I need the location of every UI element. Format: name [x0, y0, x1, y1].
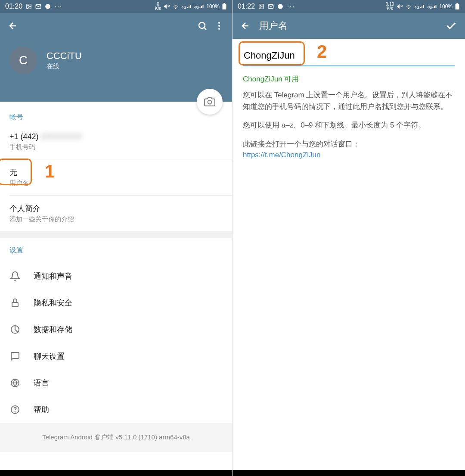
wifi-icon: [172, 3, 179, 10]
svg-rect-12: [203, 5, 204, 8]
account-header: 帐号: [9, 113, 223, 122]
battery-icon: [455, 3, 460, 10]
svg-rect-35: [433, 7, 434, 8]
mail-icon: [268, 3, 274, 9]
settings-section: 设置: [0, 238, 232, 263]
bio-item[interactable]: 个人简介 添加一些关于你的介绍: [9, 199, 223, 230]
svg-point-3: [45, 4, 50, 9]
svg-point-28: [278, 4, 283, 9]
avatar[interactable]: C: [9, 47, 37, 74]
settings-item-data[interactable]: 数据和存储: [0, 316, 232, 343]
svg-rect-20: [12, 302, 18, 307]
mute-icon: [163, 3, 170, 10]
pie-icon: [9, 324, 21, 335]
left-screen: 01:20 ⋯ 0K/s 4G 4G 100% C CCCiTU 在线: [0, 0, 232, 476]
settings-item-privacy[interactable]: 隐私和安全: [0, 289, 232, 316]
chat-icon: [277, 3, 283, 9]
svg-rect-39: [456, 3, 458, 4]
callout-1-number: 1: [45, 161, 55, 182]
settings-item-notifications[interactable]: 通知和声音: [0, 263, 232, 289]
signal2-icon: 4G: [194, 3, 204, 9]
status-bar: 01:20 ⋯ 0K/s 4G 4G 100%: [0, 0, 232, 13]
network-speed: 0K/s: [155, 2, 161, 11]
signal-icon: 4G: [181, 3, 192, 9]
settings-item-language[interactable]: 语言: [0, 370, 232, 396]
desc-2: 您可以使用 a–z、0–9 和下划线。最小长度为 5 个字符。: [243, 119, 455, 131]
chat-settings-icon: [9, 351, 21, 362]
back-icon[interactable]: [240, 21, 251, 31]
nav-bar: [232, 470, 465, 476]
svg-rect-36: [434, 6, 435, 8]
svg-rect-34: [423, 5, 424, 8]
username-link[interactable]: https://t.me/ChongZiJun: [243, 151, 455, 159]
mail-icon: [35, 3, 41, 9]
svg-point-17: [218, 25, 220, 27]
image-icon: [26, 3, 32, 9]
status-bar: 01:22 ⋯ 0.10K/s 4G 4G 100%: [232, 0, 465, 13]
desc-3: 此链接会打开一个与您的对话窗口：: [243, 138, 455, 150]
settings-item-help[interactable]: 帮助: [0, 396, 232, 423]
svg-rect-38: [456, 4, 459, 9]
svg-point-26: [260, 5, 261, 6]
username-item[interactable]: 无 用户名: [9, 163, 223, 193]
svg-rect-32: [420, 7, 421, 8]
settings-header: 设置: [9, 246, 223, 255]
profile-header: C CCCiTU 在线: [0, 39, 232, 102]
wifi-icon: [405, 3, 412, 10]
confirm-icon[interactable]: [445, 20, 457, 32]
version-footer: Telegram Android 客户端 v5.11.0 (1710) arm6…: [0, 423, 232, 452]
network-speed: 0.10K/s: [386, 2, 394, 11]
help-icon: [9, 404, 21, 415]
phone-rest: 2XXXXXX: [41, 132, 83, 141]
desc-1: 您可以在 Telegram 上设置一个用户名。设置后，别人将能够在不知道您的手机…: [243, 89, 455, 112]
svg-rect-37: [436, 5, 437, 8]
settings-item-chat[interactable]: 聊天设置: [0, 343, 232, 370]
svg-rect-8: [189, 6, 189, 8]
svg-rect-14: [223, 3, 225, 4]
profile-name: CCCiTU: [46, 50, 82, 62]
battery-pct: 100%: [206, 3, 220, 9]
mute-icon: [396, 3, 403, 10]
username-value: 无: [9, 167, 223, 177]
lock-icon: [9, 297, 21, 308]
username-input[interactable]: [243, 47, 455, 66]
right-screen: 01:22 ⋯ 0.10K/s 4G 4G 100% 用户名 2 ChongZi…: [232, 0, 465, 476]
bio-title: 个人简介: [9, 203, 223, 214]
bell-icon: [9, 271, 21, 282]
svg-rect-7: [187, 7, 188, 8]
username-label: 用户名: [9, 179, 223, 187]
chat-icon: [45, 3, 51, 9]
phone-prefix: +1 (442): [9, 132, 39, 141]
globe-icon: [9, 377, 21, 389]
status-time: 01:20: [5, 3, 22, 10]
account-section: 帐号 +1 (442) 2XXXXXX 手机号码: [0, 102, 232, 159]
battery-pct: 100%: [439, 3, 453, 9]
svg-point-6: [176, 8, 176, 9]
profile-status: 在线: [46, 62, 82, 71]
back-icon[interactable]: [8, 21, 18, 31]
camera-button[interactable]: [197, 89, 223, 115]
svg-rect-9: [190, 5, 191, 8]
phone-item[interactable]: +1 (442) 2XXXXXX 手机号码: [9, 128, 223, 157]
svg-rect-33: [422, 6, 422, 8]
app-bar: 用户名: [232, 13, 465, 39]
battery-icon: [222, 3, 227, 10]
svg-point-31: [409, 8, 409, 9]
signal2-icon: 4G: [427, 3, 437, 9]
svg-point-16: [218, 22, 220, 24]
svg-rect-11: [201, 6, 202, 8]
more-icon: ⋯: [54, 3, 63, 10]
status-time: 01:22: [238, 3, 255, 10]
app-bar: [0, 13, 232, 39]
svg-point-15: [199, 22, 205, 28]
username-form: 2 ChongZiJun 可用 您可以在 Telegram 上设置一个用户名。设…: [232, 39, 465, 168]
more-vert-icon[interactable]: [214, 21, 224, 31]
signal-icon: 4G: [414, 3, 425, 9]
page-title: 用户名: [259, 19, 439, 32]
bio-hint: 添加一些关于你的介绍: [9, 215, 223, 224]
svg-point-19: [208, 100, 212, 104]
svg-rect-10: [200, 7, 201, 8]
image-icon: [258, 3, 264, 9]
search-icon[interactable]: [197, 21, 208, 31]
svg-rect-13: [223, 4, 226, 9]
